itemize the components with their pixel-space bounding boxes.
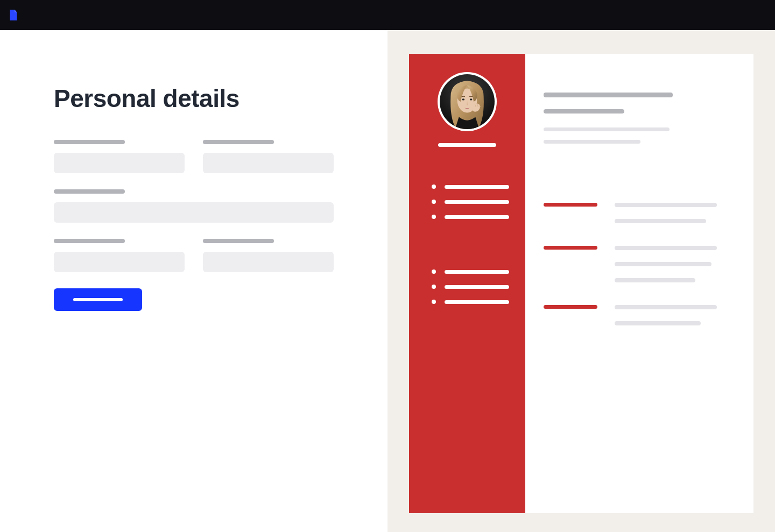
text-input[interactable]: [54, 153, 185, 173]
content-line: [615, 321, 701, 325]
field-label: [54, 140, 125, 144]
field-label: [203, 140, 274, 144]
page-title: Personal details: [54, 84, 334, 113]
bullet-icon: [432, 300, 436, 304]
list-item: [432, 200, 509, 204]
entry-date: [544, 246, 615, 282]
file-icon[interactable]: [9, 10, 18, 20]
resume-preview: [409, 54, 753, 513]
content-line: [615, 278, 695, 282]
svg-point-3: [470, 98, 473, 100]
preview-panel: [388, 30, 775, 532]
text-input[interactable]: [54, 252, 185, 272]
heading-line: [544, 140, 640, 144]
form-field: [54, 140, 185, 173]
text-input[interactable]: [203, 252, 334, 272]
top-bar: [0, 0, 775, 30]
sidebar-line: [445, 185, 509, 189]
content-line: [615, 262, 711, 266]
form-panel: Personal details: [0, 30, 388, 532]
bullet-icon: [432, 200, 436, 204]
sidebar-group-2: [420, 269, 515, 304]
resume-main: [525, 54, 753, 513]
list-item: [432, 269, 509, 274]
date-line: [544, 305, 597, 309]
avatar: [438, 72, 497, 131]
text-input[interactable]: [203, 153, 334, 173]
content-line: [615, 219, 706, 223]
svg-point-2: [462, 98, 465, 100]
entry-date: [544, 203, 615, 223]
form-field: [54, 239, 185, 272]
heading-line: [544, 109, 624, 114]
button-label: [73, 298, 123, 301]
list-item: [432, 215, 509, 219]
sidebar-line: [445, 285, 509, 289]
bullet-icon: [432, 285, 436, 289]
content-line: [615, 203, 717, 207]
form-field: [203, 239, 334, 272]
resume-sidebar: [409, 54, 525, 513]
list-item: [432, 185, 509, 189]
field-label: [54, 239, 125, 243]
form-field: [54, 189, 334, 223]
text-input[interactable]: [54, 202, 334, 223]
sidebar-group-1: [420, 185, 515, 219]
submit-button[interactable]: [54, 288, 142, 311]
heading-line: [544, 127, 670, 131]
resume-entry: [544, 246, 735, 282]
sidebar-line: [445, 200, 509, 204]
sidebar-line: [445, 270, 509, 274]
field-label: [54, 189, 125, 194]
content-line: [615, 305, 717, 309]
heading-line: [544, 93, 673, 97]
entry-content: [615, 203, 735, 223]
field-label: [203, 239, 274, 243]
form-row-2: [54, 189, 334, 223]
resume-entry: [544, 203, 735, 223]
bullet-icon: [432, 215, 436, 219]
list-item: [432, 300, 509, 304]
entry-content: [615, 305, 735, 325]
resume-entry: [544, 305, 735, 325]
bullet-icon: [432, 185, 436, 189]
date-line: [544, 203, 597, 207]
form-row-3: [54, 239, 334, 272]
form-row-1: [54, 140, 334, 173]
form-field: [203, 140, 334, 173]
entries: [544, 203, 735, 325]
entry-date: [544, 305, 615, 325]
entry-content: [615, 246, 735, 282]
date-line: [544, 246, 597, 250]
sidebar-line: [445, 300, 509, 304]
main-layout: Personal details: [0, 30, 775, 532]
sidebar-line: [445, 215, 509, 219]
list-item: [432, 285, 509, 289]
bullet-icon: [432, 269, 436, 274]
resume-name-line: [438, 143, 496, 147]
content-line: [615, 246, 717, 250]
